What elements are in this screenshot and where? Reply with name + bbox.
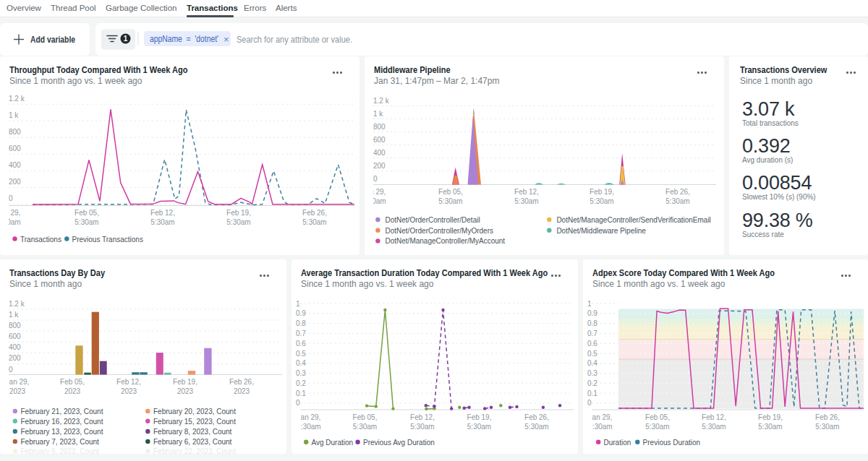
svg-text:5:30am: 5:30am	[365, 197, 386, 205]
svg-text:0.9: 0.9	[587, 309, 597, 317]
svg-text:0.4: 0.4	[587, 359, 597, 367]
svg-text:400: 400	[9, 161, 21, 169]
svg-text:Previous Avg Duration: Previous Avg Duration	[363, 439, 435, 447]
svg-text:Avg Duration: Avg Duration	[312, 439, 354, 447]
svg-text:0.6: 0.6	[296, 340, 306, 348]
svg-text:February 20, 2023, Count: February 20, 2023, Count	[153, 408, 236, 415]
svg-text:February 8, 2023, Count: February 8, 2023, Count	[153, 428, 232, 436]
svg-text:1: 1	[124, 35, 128, 43]
svg-text:200: 200	[9, 178, 21, 186]
svg-text:Feb 26,: Feb 26,	[665, 188, 690, 196]
svg-text:1.2 k: 1.2 k	[373, 97, 390, 105]
svg-text:0.8: 0.8	[296, 319, 306, 327]
svg-text:0.1: 0.1	[587, 389, 597, 397]
svg-text:Jan 29,: Jan 29,	[589, 413, 613, 421]
svg-text:800: 800	[9, 128, 21, 136]
svg-text:0.2: 0.2	[296, 379, 306, 387]
svg-text:1.2 k: 1.2 k	[9, 300, 25, 308]
svg-text:Feb 05,: Feb 05,	[353, 413, 378, 421]
svg-text:0.3: 0.3	[296, 369, 306, 377]
svg-text:800: 800	[373, 123, 386, 131]
svg-text:0.5: 0.5	[587, 350, 597, 358]
svg-text:600: 600	[9, 332, 21, 340]
svg-text:Feb 05,: Feb 05,	[438, 188, 463, 196]
svg-text:800: 800	[9, 322, 21, 329]
svg-text:0: 0	[296, 399, 300, 407]
svg-text:5:30am: 5:30am	[302, 218, 326, 226]
svg-text:5:30am: 5:30am	[226, 218, 250, 226]
svg-text:5:30am: 5:30am	[514, 197, 538, 205]
svg-text:5:30am: 5:30am	[588, 423, 612, 431]
svg-text:appName = 'dotnet': appName = 'dotnet'	[150, 34, 218, 44]
svg-text:0: 0	[373, 175, 378, 183]
svg-text:February 5, 2023, Count: February 5, 2023, Count	[21, 447, 100, 454]
svg-text:2023: 2023	[9, 387, 26, 395]
svg-text:Previous Transactions: Previous Transactions	[72, 236, 143, 244]
svg-text:0: 0	[587, 399, 592, 407]
svg-text:Feb 12,: Feb 12,	[150, 209, 175, 217]
svg-text:Feb 12,: Feb 12,	[514, 188, 539, 196]
svg-text:5:30am: 5:30am	[0, 218, 21, 226]
svg-text:Duration: Duration	[604, 439, 631, 447]
svg-text:Add variable: Add variable	[30, 35, 75, 45]
svg-text:1 k: 1 k	[9, 311, 19, 319]
svg-text:2023: 2023	[234, 387, 250, 395]
svg-text:DotNet/Middleware Pipeline: DotNet/Middleware Pipeline	[556, 227, 646, 235]
svg-text:Feb 05,: Feb 05,	[645, 413, 670, 421]
svg-text:1.2 k: 1.2 k	[9, 95, 25, 103]
svg-text:February 13, 2023, Count: February 13, 2023, Count	[21, 428, 103, 436]
svg-text:DotNet/ManageController/SendVe: DotNet/ManageController/SendVerification…	[556, 216, 710, 224]
svg-text:5:30am: 5:30am	[665, 197, 689, 205]
svg-text:2023: 2023	[177, 387, 194, 395]
svg-text:600: 600	[9, 145, 21, 152]
svg-text:400: 400	[9, 343, 21, 351]
svg-text:Jan 29,: Jan 29,	[297, 413, 321, 421]
svg-text:Feb 26,: Feb 26,	[229, 378, 254, 386]
svg-text:February 21, 2023, Count: February 21, 2023, Count	[21, 408, 103, 415]
svg-text:February 7, 2023, Count: February 7, 2023, Count	[21, 438, 100, 446]
svg-text:Feb 26,: Feb 26,	[302, 209, 327, 217]
svg-text:0.2: 0.2	[587, 379, 597, 387]
svg-text:Transactions: Transactions	[20, 236, 61, 244]
svg-text:2023: 2023	[121, 387, 137, 395]
svg-text:Feb 12,: Feb 12,	[410, 413, 435, 421]
svg-text:5:30am: 5:30am	[467, 423, 491, 431]
svg-text:1 k: 1 k	[9, 111, 19, 119]
svg-text:1 k: 1 k	[373, 110, 383, 118]
svg-text:DotNet/OrderController/MyOrder: DotNet/OrderController/MyOrders	[386, 227, 493, 235]
svg-text:Jan 29,: Jan 29,	[365, 188, 386, 196]
svg-text:5:30am: 5:30am	[645, 423, 669, 431]
svg-text:0.3: 0.3	[587, 369, 597, 377]
svg-text:5:30am: 5:30am	[758, 423, 782, 431]
svg-text:Feb 26,: Feb 26,	[524, 413, 549, 421]
svg-text:0: 0	[9, 366, 13, 374]
svg-text:2023: 2023	[64, 387, 81, 395]
svg-text:5:30am: 5:30am	[524, 423, 548, 431]
svg-text:Feb 05,: Feb 05,	[60, 378, 85, 386]
svg-text:1: 1	[296, 300, 300, 308]
svg-text:0.6: 0.6	[587, 340, 597, 348]
svg-text:0.5: 0.5	[296, 350, 306, 358]
svg-text:Feb 26,: Feb 26,	[815, 413, 840, 421]
svg-text:Feb 19,: Feb 19,	[226, 209, 251, 217]
svg-text:Jan 29,: Jan 29,	[6, 378, 30, 386]
svg-text:0.8: 0.8	[587, 319, 597, 327]
svg-text:February 15, 2023, Count: February 15, 2023, Count	[153, 418, 236, 426]
svg-text:Search for any attribute or va: Search for any attribute or value.	[237, 35, 352, 45]
svg-text:5:30am: 5:30am	[702, 423, 726, 431]
svg-text:200: 200	[9, 354, 21, 362]
svg-text:5:30am: 5:30am	[353, 423, 377, 431]
svg-text:5:30am: 5:30am	[150, 218, 174, 226]
svg-text:5:30am: 5:30am	[815, 423, 839, 431]
svg-text:Feb 19,: Feb 19,	[758, 413, 783, 421]
svg-text:Feb 12,: Feb 12,	[116, 378, 141, 386]
svg-text:×: ×	[224, 34, 229, 45]
svg-text:Jan 29,: Jan 29,	[0, 209, 20, 217]
svg-text:5:30am: 5:30am	[75, 218, 98, 226]
svg-text:5:30am: 5:30am	[438, 197, 462, 205]
svg-text:Feb 19,: Feb 19,	[173, 378, 197, 386]
svg-text:0: 0	[9, 194, 13, 202]
svg-text:DotNet/ManageController/MyAcco: DotNet/ManageController/MyAccount	[386, 237, 506, 245]
svg-text:Feb 19,: Feb 19,	[467, 413, 492, 421]
svg-text:Feb 19,: Feb 19,	[590, 188, 614, 196]
